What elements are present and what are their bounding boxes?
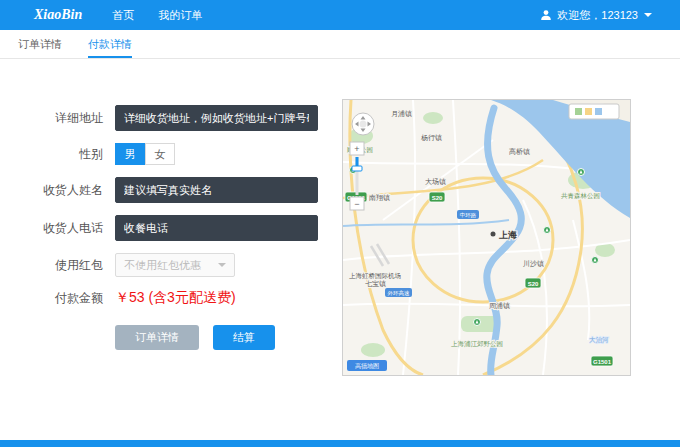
- form-buttons: 订单详情 结算: [115, 325, 332, 350]
- layer-swatch-yellow: [585, 108, 592, 115]
- svg-text:月浦镇: 月浦镇: [391, 110, 412, 118]
- zoom-out-button[interactable]: −: [350, 197, 364, 210]
- svg-text:南翔镇: 南翔镇: [369, 194, 390, 202]
- layer-swatch-blue: [595, 108, 602, 115]
- address-row: 详细地址: [0, 105, 332, 131]
- tab-order-details[interactable]: 订单详情: [18, 30, 62, 58]
- checkout-form: 详细地址 性别 男 女 收货人姓名 收货人电话 使用红包 不使用红包优惠: [0, 105, 332, 376]
- map-layer-control[interactable]: [569, 104, 619, 119]
- payment-amount: ￥53 (含3元配送费): [115, 289, 236, 307]
- recipient-phone-label: 收货人电话: [0, 220, 115, 237]
- checkout-button[interactable]: 结算: [213, 325, 275, 350]
- svg-text:大治河: 大治河: [589, 336, 609, 344]
- coupon-selected-value: 不使用红包优惠: [124, 258, 201, 273]
- shield-g1501-south: G1501: [591, 356, 613, 366]
- welcome-text: 欢迎您，123123: [557, 8, 638, 23]
- svg-text:上海: 上海: [498, 230, 517, 240]
- layer-swatch-green: [575, 108, 582, 115]
- svg-text:高德地图: 高德地图: [355, 362, 379, 370]
- amount-label: 付款金额: [0, 290, 115, 307]
- recipient-phone-input[interactable]: [115, 215, 318, 241]
- gender-female-button[interactable]: 女: [145, 143, 175, 165]
- coupon-row: 使用红包 不使用红包优惠: [0, 253, 332, 277]
- top-header: XiaoBin 首页 我的订单 欢迎您，123123: [0, 0, 680, 30]
- zoom-slider-handle[interactable]: [352, 166, 362, 171]
- svg-text:杨行镇: 杨行镇: [420, 134, 442, 142]
- shield-s20-east: S20: [525, 278, 541, 288]
- roadlabel-waihuan: 外环高速: [385, 288, 412, 297]
- svg-text:川沙镇: 川沙镇: [523, 260, 544, 268]
- tab-bar: 订单详情 付款详情: [0, 30, 680, 59]
- nav-my-orders[interactable]: 我的订单: [158, 8, 202, 23]
- svg-text:G1501: G1501: [593, 359, 612, 365]
- name-row: 收货人姓名: [0, 177, 332, 203]
- chevron-down-icon: [644, 13, 652, 17]
- map-pan-control[interactable]: [352, 113, 374, 135]
- user-menu[interactable]: 欢迎您，123123: [540, 8, 652, 23]
- svg-text:共青森林公园: 共青森林公园: [561, 192, 600, 200]
- gender-male-button[interactable]: 男: [115, 143, 145, 165]
- svg-text:高桥镇: 高桥镇: [509, 148, 530, 156]
- address-input[interactable]: [115, 105, 318, 131]
- recipient-name-input[interactable]: [115, 177, 318, 203]
- svg-text:外环高速: 外环高速: [388, 290, 411, 296]
- svg-text:−: −: [354, 199, 359, 209]
- coupon-label: 使用红包: [0, 257, 115, 274]
- svg-text:S20: S20: [432, 195, 443, 201]
- svg-text:七宝镇: 七宝镇: [365, 280, 386, 288]
- svg-text:中环路: 中环路: [460, 212, 477, 218]
- roadlabel-zhonghuan: 中环路: [457, 210, 479, 219]
- map-panel: G1501 S20 S20 G1501: [342, 99, 631, 376]
- map-canvas[interactable]: G1501 S20 S20 G1501: [342, 99, 631, 376]
- svg-text:S20: S20: [528, 281, 539, 287]
- main-content: 详细地址 性别 男 女 收货人姓名 收货人电话 使用红包 不使用红包优惠: [0, 59, 680, 376]
- footer-bar: [0, 440, 680, 447]
- gender-label: 性别: [0, 146, 115, 163]
- brand-logo[interactable]: XiaoBin: [34, 7, 82, 23]
- map-svg: G1501 S20 S20 G1501: [343, 100, 630, 375]
- gender-toggle: 男 女: [115, 143, 175, 165]
- gender-row: 性别 男 女: [0, 143, 332, 165]
- svg-text:+: +: [354, 144, 359, 154]
- svg-text:上海浦江郊野公园: 上海浦江郊野公园: [451, 340, 503, 348]
- user-icon: [540, 9, 552, 21]
- svg-text:上海虹桥国际机场: 上海虹桥国际机场: [349, 272, 401, 280]
- phone-row: 收货人电话: [0, 215, 332, 241]
- svg-text:周浦镇: 周浦镇: [489, 302, 510, 310]
- zoom-in-button[interactable]: +: [350, 142, 364, 155]
- map-watermark: 高德地图: [347, 360, 387, 371]
- tab-payment-details[interactable]: 付款详情: [88, 30, 132, 58]
- shield-s20-north: S20: [429, 192, 445, 202]
- nav-home[interactable]: 首页: [112, 8, 134, 23]
- svg-text:大场镇: 大场镇: [425, 178, 446, 186]
- coupon-select[interactable]: 不使用红包优惠: [115, 253, 235, 277]
- recipient-name-label: 收货人姓名: [0, 182, 115, 199]
- city-dot: [491, 232, 496, 237]
- address-label: 详细地址: [0, 110, 115, 127]
- order-details-button[interactable]: 订单详情: [115, 325, 199, 350]
- amount-row: 付款金额 ￥53 (含3元配送费): [0, 289, 332, 307]
- chevron-down-icon: [218, 263, 226, 267]
